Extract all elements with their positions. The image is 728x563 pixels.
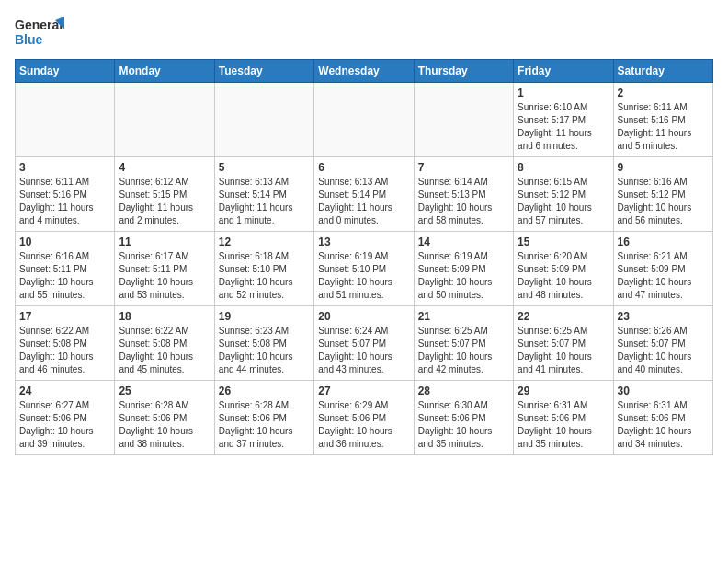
calendar-week-row: 1Sunrise: 6:10 AM Sunset: 5:17 PM Daylig… <box>16 83 713 157</box>
svg-text:General: General <box>15 17 63 32</box>
calendar-table: SundayMondayTuesdayWednesdayThursdayFrid… <box>15 59 713 455</box>
calendar-cell: 7Sunrise: 6:14 AM Sunset: 5:13 PM Daylig… <box>414 157 513 232</box>
weekday-header: Friday <box>514 60 613 83</box>
calendar-week-row: 24Sunrise: 6:27 AM Sunset: 5:06 PM Dayli… <box>16 381 713 455</box>
day-info: Sunrise: 6:18 AM Sunset: 5:10 PM Dayligh… <box>219 250 310 302</box>
calendar-cell <box>314 83 414 157</box>
day-info: Sunrise: 6:23 AM Sunset: 5:08 PM Dayligh… <box>219 325 310 376</box>
day-number: 19 <box>219 310 310 323</box>
day-info: Sunrise: 6:28 AM Sunset: 5:06 PM Dayligh… <box>119 399 210 451</box>
day-info: Sunrise: 6:25 AM Sunset: 5:07 PM Dayligh… <box>418 325 509 376</box>
day-number: 29 <box>518 385 609 397</box>
logo: GeneralBlue <box>15 15 65 52</box>
day-info: Sunrise: 6:11 AM Sunset: 5:16 PM Dayligh… <box>19 176 110 227</box>
day-number: 12 <box>219 236 310 248</box>
calendar-cell: 15Sunrise: 6:20 AM Sunset: 5:09 PM Dayli… <box>514 232 613 306</box>
day-info: Sunrise: 6:30 AM Sunset: 5:06 PM Dayligh… <box>418 399 509 451</box>
day-number: 9 <box>618 161 709 174</box>
day-number: 20 <box>318 310 409 323</box>
day-number: 26 <box>219 385 310 397</box>
day-info: Sunrise: 6:28 AM Sunset: 5:06 PM Dayligh… <box>219 399 310 451</box>
day-number: 13 <box>318 236 409 248</box>
calendar-cell: 3Sunrise: 6:11 AM Sunset: 5:16 PM Daylig… <box>16 157 115 232</box>
day-number: 22 <box>518 310 609 323</box>
calendar-cell: 8Sunrise: 6:15 AM Sunset: 5:12 PM Daylig… <box>514 157 613 232</box>
day-number: 10 <box>19 236 110 248</box>
day-info: Sunrise: 6:17 AM Sunset: 5:11 PM Dayligh… <box>119 250 210 302</box>
day-number: 25 <box>119 385 210 397</box>
calendar-cell: 27Sunrise: 6:29 AM Sunset: 5:06 PM Dayli… <box>314 381 414 455</box>
weekday-header: Wednesday <box>314 60 414 83</box>
day-number: 5 <box>219 161 310 174</box>
calendar-cell: 10Sunrise: 6:16 AM Sunset: 5:11 PM Dayli… <box>16 232 115 306</box>
day-info: Sunrise: 6:13 AM Sunset: 5:14 PM Dayligh… <box>318 176 409 227</box>
calendar-cell: 30Sunrise: 6:31 AM Sunset: 5:06 PM Dayli… <box>613 381 712 455</box>
calendar-cell: 13Sunrise: 6:19 AM Sunset: 5:10 PM Dayli… <box>314 232 414 306</box>
page-header: GeneralBlue <box>15 15 713 52</box>
calendar-week-row: 17Sunrise: 6:22 AM Sunset: 5:08 PM Dayli… <box>16 306 713 381</box>
weekday-header: Sunday <box>16 60 115 83</box>
day-info: Sunrise: 6:13 AM Sunset: 5:14 PM Dayligh… <box>219 176 310 227</box>
calendar-cell: 19Sunrise: 6:23 AM Sunset: 5:08 PM Dayli… <box>214 306 313 381</box>
day-number: 14 <box>418 236 509 248</box>
calendar-week-row: 3Sunrise: 6:11 AM Sunset: 5:16 PM Daylig… <box>16 157 713 232</box>
day-info: Sunrise: 6:29 AM Sunset: 5:06 PM Dayligh… <box>318 399 409 451</box>
calendar-cell: 20Sunrise: 6:24 AM Sunset: 5:07 PM Dayli… <box>314 306 414 381</box>
calendar-cell: 1Sunrise: 6:10 AM Sunset: 5:17 PM Daylig… <box>514 83 613 157</box>
calendar-cell: 4Sunrise: 6:12 AM Sunset: 5:15 PM Daylig… <box>115 157 214 232</box>
day-number: 11 <box>119 236 210 248</box>
weekday-header-row: SundayMondayTuesdayWednesdayThursdayFrid… <box>16 60 713 83</box>
day-info: Sunrise: 6:10 AM Sunset: 5:17 PM Dayligh… <box>518 101 609 153</box>
day-info: Sunrise: 6:14 AM Sunset: 5:13 PM Dayligh… <box>418 176 509 227</box>
day-number: 1 <box>518 86 609 99</box>
day-info: Sunrise: 6:19 AM Sunset: 5:10 PM Dayligh… <box>318 250 409 302</box>
calendar-cell: 5Sunrise: 6:13 AM Sunset: 5:14 PM Daylig… <box>214 157 313 232</box>
day-info: Sunrise: 6:21 AM Sunset: 5:09 PM Dayligh… <box>618 250 709 302</box>
day-info: Sunrise: 6:15 AM Sunset: 5:12 PM Dayligh… <box>518 176 609 227</box>
calendar-cell: 9Sunrise: 6:16 AM Sunset: 5:12 PM Daylig… <box>613 157 712 232</box>
svg-text:Blue: Blue <box>15 32 43 47</box>
calendar-cell: 2Sunrise: 6:11 AM Sunset: 5:16 PM Daylig… <box>613 83 712 157</box>
day-info: Sunrise: 6:27 AM Sunset: 5:06 PM Dayligh… <box>19 399 110 451</box>
day-number: 15 <box>518 236 609 248</box>
day-info: Sunrise: 6:31 AM Sunset: 5:06 PM Dayligh… <box>518 399 609 451</box>
day-info: Sunrise: 6:19 AM Sunset: 5:09 PM Dayligh… <box>418 250 509 302</box>
calendar-cell: 25Sunrise: 6:28 AM Sunset: 5:06 PM Dayli… <box>115 381 214 455</box>
day-number: 2 <box>618 86 709 99</box>
day-number: 6 <box>318 161 409 174</box>
calendar-cell: 21Sunrise: 6:25 AM Sunset: 5:07 PM Dayli… <box>414 306 513 381</box>
calendar-cell: 11Sunrise: 6:17 AM Sunset: 5:11 PM Dayli… <box>115 232 214 306</box>
day-number: 23 <box>618 310 709 323</box>
day-info: Sunrise: 6:25 AM Sunset: 5:07 PM Dayligh… <box>518 325 609 376</box>
day-number: 30 <box>618 385 709 397</box>
calendar-cell: 29Sunrise: 6:31 AM Sunset: 5:06 PM Dayli… <box>514 381 613 455</box>
weekday-header: Monday <box>115 60 214 83</box>
calendar-cell: 26Sunrise: 6:28 AM Sunset: 5:06 PM Dayli… <box>214 381 313 455</box>
calendar-cell: 24Sunrise: 6:27 AM Sunset: 5:06 PM Dayli… <box>16 381 115 455</box>
day-info: Sunrise: 6:26 AM Sunset: 5:07 PM Dayligh… <box>618 325 709 376</box>
day-info: Sunrise: 6:16 AM Sunset: 5:12 PM Dayligh… <box>618 176 709 227</box>
day-number: 21 <box>418 310 509 323</box>
calendar-cell: 23Sunrise: 6:26 AM Sunset: 5:07 PM Dayli… <box>613 306 712 381</box>
calendar-cell: 16Sunrise: 6:21 AM Sunset: 5:09 PM Dayli… <box>613 232 712 306</box>
weekday-header: Tuesday <box>214 60 313 83</box>
weekday-header: Thursday <box>414 60 513 83</box>
logo-svg: GeneralBlue <box>15 15 65 52</box>
day-number: 24 <box>19 385 110 397</box>
day-number: 28 <box>418 385 509 397</box>
day-number: 3 <box>19 161 110 174</box>
day-info: Sunrise: 6:12 AM Sunset: 5:15 PM Dayligh… <box>119 176 210 227</box>
calendar-week-row: 10Sunrise: 6:16 AM Sunset: 5:11 PM Dayli… <box>16 232 713 306</box>
calendar-cell <box>115 83 214 157</box>
calendar-cell: 28Sunrise: 6:30 AM Sunset: 5:06 PM Dayli… <box>414 381 513 455</box>
day-info: Sunrise: 6:22 AM Sunset: 5:08 PM Dayligh… <box>119 325 210 376</box>
day-info: Sunrise: 6:11 AM Sunset: 5:16 PM Dayligh… <box>618 101 709 153</box>
day-info: Sunrise: 6:22 AM Sunset: 5:08 PM Dayligh… <box>19 325 110 376</box>
calendar-cell <box>414 83 513 157</box>
calendar-cell <box>16 83 115 157</box>
weekday-header: Saturday <box>613 60 712 83</box>
day-number: 8 <box>518 161 609 174</box>
calendar-cell: 22Sunrise: 6:25 AM Sunset: 5:07 PM Dayli… <box>514 306 613 381</box>
calendar-cell: 18Sunrise: 6:22 AM Sunset: 5:08 PM Dayli… <box>115 306 214 381</box>
day-number: 16 <box>618 236 709 248</box>
